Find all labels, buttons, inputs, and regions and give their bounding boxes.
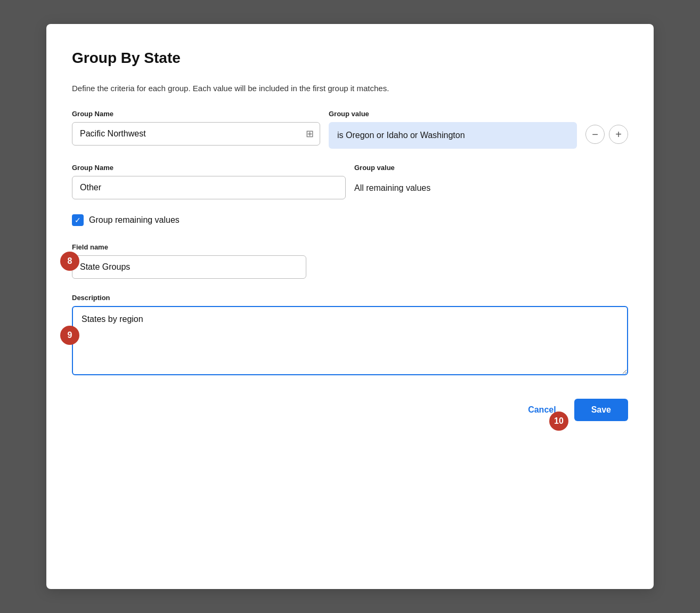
table-icon: ⊞ bbox=[306, 128, 314, 140]
field-name-input[interactable] bbox=[72, 255, 306, 279]
step-badge-10: 10 bbox=[549, 412, 568, 431]
check-icon: ✓ bbox=[75, 216, 81, 224]
description-label: Description bbox=[72, 294, 628, 302]
group1-name-input[interactable] bbox=[72, 122, 320, 146]
description-textarea[interactable]: States by region bbox=[72, 306, 628, 375]
group1-actions: − + bbox=[585, 110, 628, 144]
group-remaining-label: Group remaining values bbox=[89, 215, 180, 225]
group-remaining-checkbox[interactable]: ✓ bbox=[72, 214, 84, 226]
step-badge-8: 8 bbox=[60, 252, 79, 271]
step-badge-9: 9 bbox=[60, 326, 79, 345]
group2-name-input[interactable] bbox=[72, 176, 346, 199]
group2-name-col: Group Name bbox=[72, 164, 346, 199]
group2-value-label: Group value bbox=[354, 164, 628, 172]
dialog-description: Define the criteria for each group. Each… bbox=[72, 84, 628, 93]
group1-name-col: Group Name ⊞ bbox=[72, 110, 320, 146]
description-block: 9 Description States by region bbox=[72, 294, 628, 377]
group1-row: Group Name ⊞ Group value is Oregon or Id… bbox=[72, 110, 628, 149]
add-group-button[interactable]: + bbox=[609, 125, 628, 144]
group-remaining-row: ✓ Group remaining values bbox=[72, 214, 628, 226]
group1-value-col: Group value is Oregon or Idaho or Washin… bbox=[329, 110, 577, 149]
group1-name-input-wrap: ⊞ bbox=[72, 122, 320, 146]
group1-name-label: Group Name bbox=[72, 110, 320, 118]
save-button[interactable]: Save bbox=[574, 399, 628, 421]
group2-name-label: Group Name bbox=[72, 164, 346, 172]
footer-actions: Cancel 10 Save bbox=[72, 399, 628, 421]
group1-value-label: Group value bbox=[329, 110, 577, 118]
save-wrapper: 10 Save bbox=[574, 399, 628, 421]
dialog-title: Group By State bbox=[72, 50, 628, 67]
group1-value-box[interactable]: is Oregon or Idaho or Washington bbox=[329, 122, 577, 149]
group2-value-col: Group value All remaining values bbox=[354, 164, 628, 193]
group2-value-text: All remaining values bbox=[354, 176, 628, 193]
field-name-label: Field name bbox=[72, 243, 628, 251]
remove-group1-button[interactable]: − bbox=[585, 125, 605, 144]
field-name-block: 8 Field name bbox=[72, 243, 628, 279]
group2-row: Group Name Group value All remaining val… bbox=[72, 164, 628, 199]
group-by-state-dialog: Group By State Define the criteria for e… bbox=[46, 24, 654, 589]
